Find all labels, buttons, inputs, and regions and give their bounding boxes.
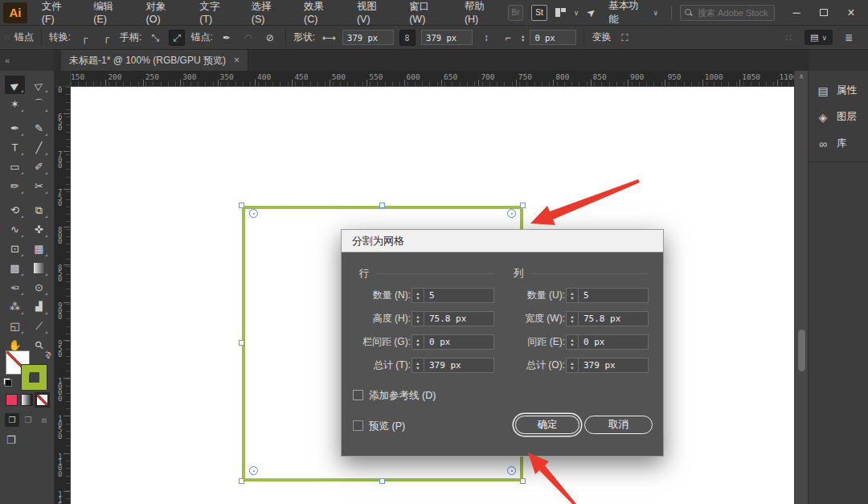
rotate-tool[interactable]: ⟲ — [5, 201, 25, 219]
field-input[interactable]: 5 — [578, 288, 649, 303]
line-segment-tool[interactable]: ╱ — [29, 138, 49, 157]
slice-tool[interactable]: ⟋ — [29, 317, 49, 335]
dialog-title[interactable]: 分割为网格 — [342, 230, 663, 252]
bounding-box-icon[interactable]: ⛶ — [616, 30, 633, 46]
color-swatch[interactable] — [6, 394, 18, 406]
close-button[interactable]: × — [837, 2, 865, 24]
corner-radius-field[interactable]: 0 px — [530, 30, 576, 45]
field-input[interactable]: 0 px — [424, 334, 494, 350]
bridge-icon[interactable]: Br — [508, 5, 523, 21]
transform-label[interactable]: 变换 — [592, 31, 611, 44]
menu-item[interactable]: 对象(O) — [137, 0, 190, 26]
mesh-tool[interactable]: ▩ — [5, 259, 25, 277]
preview-checkbox[interactable] — [353, 420, 363, 431]
stroke-swatch[interactable] — [22, 365, 47, 390]
dock-item-属性[interactable]: ▤属性 — [809, 77, 868, 104]
selection-handle[interactable] — [520, 478, 526, 484]
shaper-tool[interactable]: ✏ — [5, 177, 25, 195]
menu-item[interactable]: 视图(V) — [347, 0, 399, 26]
field-input[interactable]: 0 px — [578, 334, 649, 350]
gradient-swatch[interactable] — [21, 394, 33, 406]
document-tab[interactable]: 未标题-1* @ 100% (RGB/GPU 预览) × — [61, 50, 248, 71]
stock-icon[interactable]: St — [531, 5, 547, 21]
dock-item-库[interactable]: ∞库 — [809, 130, 868, 157]
controlbar-menu-icon[interactable]: ≣ — [841, 30, 857, 46]
scroll-up-icon[interactable]: ∧ — [795, 72, 808, 80]
field-stepper[interactable]: ▴▾ — [566, 311, 578, 326]
hide-handles-icon[interactable]: ⤢ — [169, 30, 185, 46]
lasso-tool[interactable]: ⌒ — [29, 95, 49, 113]
arrange-documents-icon[interactable] — [555, 8, 566, 17]
field-input[interactable]: 379 px — [424, 358, 494, 373]
field-input[interactable]: 5 — [424, 288, 494, 303]
draw-normal-icon[interactable]: ❐ — [5, 413, 19, 427]
scissors-tool[interactable]: ✂ — [29, 177, 49, 195]
blend-tool[interactable]: ⊙ — [29, 278, 49, 297]
curvature-tool[interactable]: ✎ — [29, 119, 49, 137]
column-graph-tool[interactable]: ▟ — [29, 297, 49, 316]
vertical-scrollbar[interactable]: ∧ — [794, 71, 808, 504]
none-swatch[interactable] — [36, 394, 48, 406]
panel-toggle-button[interactable]: ▤ ∨ — [805, 30, 833, 45]
ruler-origin-box[interactable] — [55, 71, 71, 87]
selection-handle[interactable] — [239, 203, 244, 208]
corner-widget[interactable] — [249, 466, 258, 475]
swap-fill-stroke-icon[interactable]: ⇄ — [43, 350, 54, 361]
width-tool[interactable]: ∿ — [5, 220, 25, 239]
selection-handle[interactable] — [239, 340, 244, 346]
search-input[interactable] — [696, 7, 770, 18]
stock-search[interactable] — [680, 5, 775, 21]
menu-item[interactable]: 窗口(W) — [399, 0, 455, 26]
gradient-tool[interactable]: ▨ — [29, 259, 49, 277]
scrollbar-thumb[interactable] — [798, 330, 805, 371]
dock-item-图层[interactable]: ◈图层 — [809, 104, 868, 130]
field-stepper[interactable]: ▴▾ — [566, 288, 578, 303]
pen-tool[interactable]: ✒ — [5, 119, 25, 137]
symbol-sprayer-tool[interactable]: ⁂ — [5, 297, 25, 316]
workspace-switcher[interactable]: 基本功能 ∨ — [608, 0, 658, 27]
shape-width-field[interactable]: 379 px — [342, 30, 394, 45]
draw-behind-icon[interactable]: ❐ — [21, 413, 35, 427]
menu-item[interactable]: 文件(F) — [32, 0, 84, 26]
cancel-button[interactable]: 取消 — [584, 416, 653, 434]
ok-button[interactable]: 确定 — [515, 416, 579, 434]
corner-widget[interactable] — [507, 209, 516, 218]
menu-item[interactable]: 帮助(H) — [455, 0, 508, 26]
selection-handle[interactable] — [379, 478, 385, 484]
menu-item[interactable]: 选择(S) — [242, 0, 294, 26]
field-stepper[interactable]: ▴▾ — [411, 311, 424, 326]
screen-mode-icon[interactable]: ❐ — [6, 434, 16, 446]
field-input[interactable]: 75.8 px — [578, 311, 649, 326]
maximize-button[interactable] — [810, 2, 837, 24]
artboard-tool[interactable]: ◱ — [5, 317, 25, 335]
convert-to-corner-icon[interactable]: ┌ — [76, 30, 92, 46]
chevron-down-icon[interactable]: ∨ — [574, 9, 579, 17]
share-icon[interactable]: ➤ — [584, 5, 599, 20]
magic-wand-tool[interactable]: ✶ — [5, 95, 25, 113]
field-stepper[interactable]: ▴▾ — [566, 334, 578, 350]
corner-radius-stepper[interactable]: ▴▾ — [522, 34, 524, 42]
scale-tool[interactable]: ⧉ — [29, 201, 49, 219]
convert-to-smooth-icon[interactable]: ╭ — [98, 30, 114, 46]
corner-type-icon[interactable]: ⌐ — [500, 30, 516, 46]
panel-grip[interactable]: ∷ — [5, 34, 9, 42]
selection-handle[interactable] — [239, 478, 244, 484]
add-anchor-icon[interactable]: ✒ — [219, 30, 235, 46]
menu-item[interactable]: 文字(T) — [190, 0, 242, 26]
add-guides-checkbox[interactable] — [353, 390, 363, 400]
field-input[interactable]: 75.8 px — [424, 311, 494, 326]
field-stepper[interactable]: ▴▾ — [566, 358, 578, 373]
grid-snap-icon[interactable]: ∷ — [780, 30, 796, 46]
eyedropper-tool[interactable]: ✑ — [5, 278, 25, 297]
field-input[interactable]: 379 px — [578, 358, 649, 373]
selection-tool[interactable]: ▶ — [5, 76, 25, 94]
shape-builder-tool[interactable]: ⊡ — [5, 240, 25, 258]
corner-widget[interactable] — [249, 209, 258, 218]
field-stepper[interactable]: ▴▾ — [411, 288, 424, 303]
field-stepper[interactable]: ▴▾ — [411, 358, 424, 373]
direct-selection-tool[interactable]: ▷ — [29, 76, 49, 94]
anchor-curve-icon[interactable]: ◠ — [240, 30, 256, 46]
collapse-panel-icon[interactable]: « — [5, 55, 10, 65]
default-fill-stroke-icon[interactable] — [3, 378, 12, 387]
paintbrush-tool[interactable]: ✐ — [29, 158, 49, 176]
